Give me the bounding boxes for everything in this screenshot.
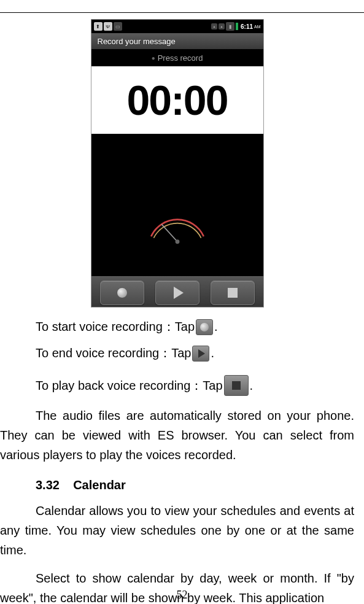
vu-meter-icon <box>134 207 220 244</box>
vu-meter-area <box>91 134 263 276</box>
document-body: To start voice recording：Tap . To end vo… <box>0 319 354 604</box>
status-left-icons: ⬆ Ψ ▭ <box>94 22 122 31</box>
battery-level-icon <box>236 23 238 30</box>
embedded-screenshot: ⬆ Ψ ▭ ▲ ▲ ▮ 6:11 AM Record your message … <box>91 19 264 308</box>
record-button[interactable] <box>100 281 144 305</box>
start-suffix: . <box>214 320 218 334</box>
play-text: To play back voice recording：Tap <box>36 377 223 394</box>
signal-icon: ▲ <box>211 23 217 29</box>
status-ampm: AM <box>254 25 261 29</box>
press-record-hint: Press record <box>91 49 263 66</box>
record-icon-inline <box>196 319 213 335</box>
status-time: 6:11 <box>241 23 253 30</box>
signal-icon-2: ▲ <box>219 23 225 29</box>
recorder-controls <box>91 276 263 308</box>
play-icon <box>174 287 184 299</box>
battery-icon: ▮ <box>226 22 234 31</box>
sd-icon: ▭ <box>114 22 122 31</box>
app-title-bar: Record your message <box>91 33 263 49</box>
stop-icon <box>228 288 238 298</box>
end-text: To end voice recording：Tap <box>36 345 191 362</box>
instruction-playback: To play back voice recording：Tap . <box>18 375 354 396</box>
usb-icon: Ψ <box>104 22 112 31</box>
section-title: Calendar <box>73 478 126 492</box>
notification-icon: ⬆ <box>94 22 103 31</box>
instruction-end: To end voice recording：Tap . <box>18 345 354 362</box>
stop-button[interactable] <box>211 281 255 305</box>
start-text: To start voice recording：Tap <box>36 319 195 335</box>
record-icon <box>117 287 128 298</box>
play-button[interactable] <box>155 281 199 305</box>
page-number: 52 <box>0 589 364 602</box>
svg-point-1 <box>175 239 179 244</box>
recording-timer: 00:00 <box>91 66 263 134</box>
end-suffix: . <box>211 346 214 360</box>
section-heading-calendar: 3.32 Calendar <box>36 478 354 492</box>
svg-line-0 <box>161 224 177 241</box>
instruction-start: To start voice recording：Tap . <box>18 319 354 335</box>
paragraph-audio-files: The audio files are automatically stored… <box>0 406 354 465</box>
play-suffix: . <box>250 379 254 393</box>
play-triangle-icon-inline <box>192 346 209 362</box>
phone-status-bar: ⬆ Ψ ▭ ▲ ▲ ▮ 6:11 AM <box>91 20 263 33</box>
status-right-icons: ▲ ▲ ▮ 6:11 AM <box>211 22 261 31</box>
section-number: 3.32 <box>36 478 60 492</box>
hint-text: Press record <box>158 53 203 63</box>
paragraph-calendar-intro: Calendar allows you to view your schedul… <box>0 501 354 560</box>
stop-square-icon-inline <box>224 375 249 396</box>
